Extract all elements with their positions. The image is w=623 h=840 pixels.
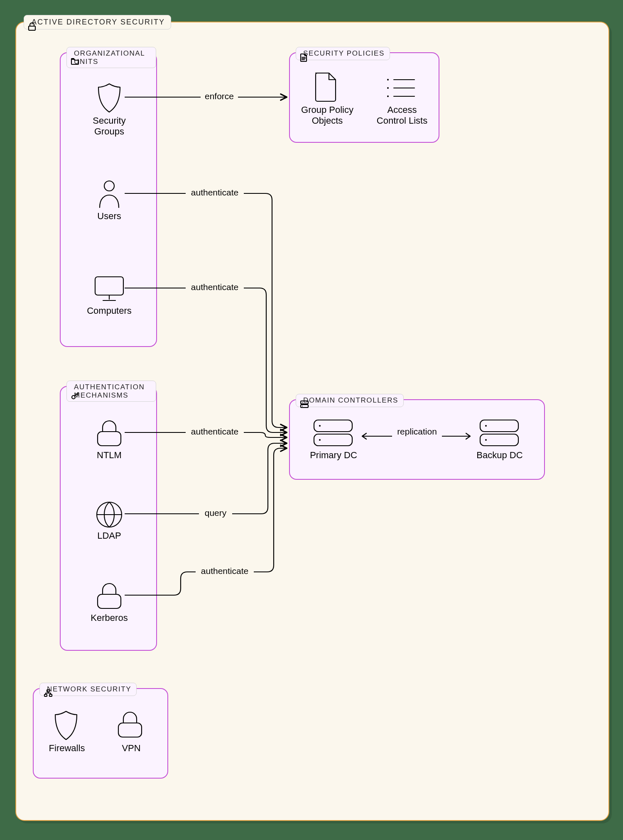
query-ldap-edge-label: query [199,508,232,518]
auth-computers-edge-label: authenticate [186,282,244,292]
auth-kerberos-edge-label: authenticate [196,566,254,576]
auth-users-edge-label: authenticate [186,188,244,198]
enforce-edge-label: enforce [201,91,238,101]
active-directory-security-group: ACTIVE DIRECTORY SECURITY ORGANIZATIONAL… [15,22,609,821]
edge-layer [16,22,608,820]
auth-ntlm-edge-label: authenticate [186,427,244,437]
